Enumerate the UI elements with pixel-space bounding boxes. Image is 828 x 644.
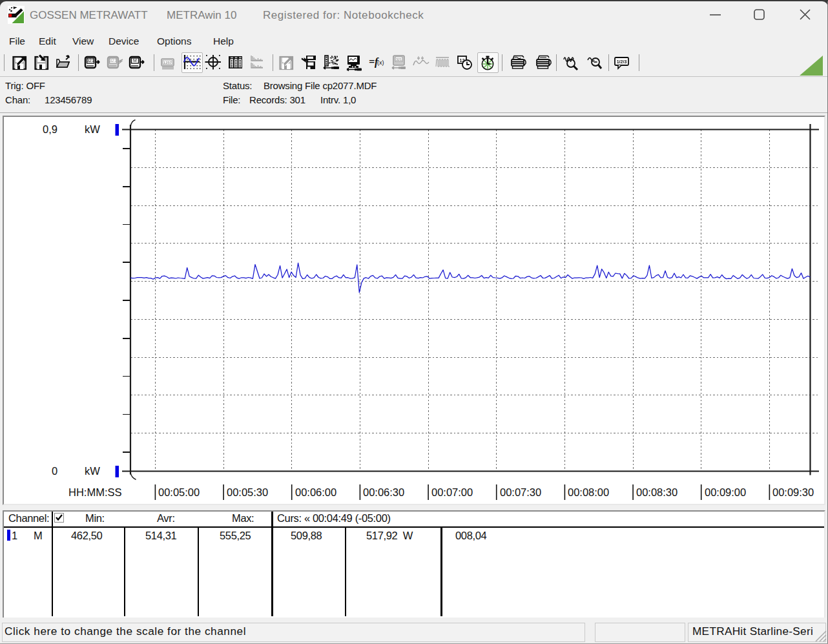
svg-text:321: 321: [396, 57, 402, 61]
svg-text:321: 321: [87, 58, 94, 63]
svg-text:321: 321: [109, 58, 117, 63]
svg-text:1257: 1257: [163, 61, 172, 65]
svg-text:M: M: [133, 58, 137, 63]
svg-text:1/2/3: 1/2/3: [617, 59, 627, 64]
svg-text:(x): (x): [377, 59, 384, 66]
